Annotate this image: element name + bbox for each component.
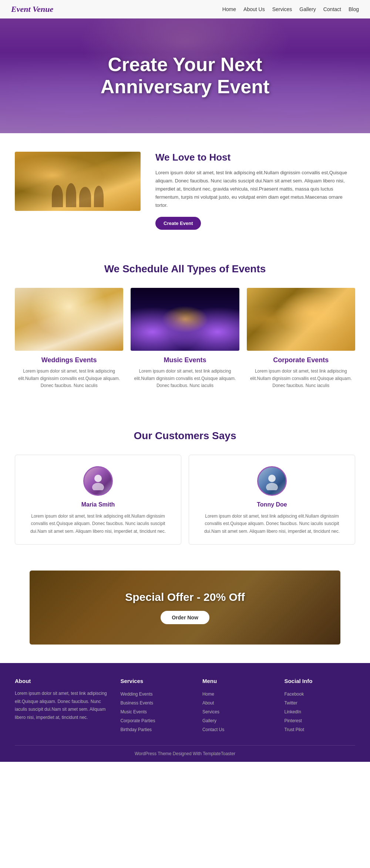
footer-menu-col: Menu Home About Services Gallery Contact…	[202, 678, 273, 734]
footer-menu-link-5[interactable]: Contact Us	[202, 727, 224, 732]
footer-menu-link-3[interactable]: Services	[202, 709, 219, 714]
testimonial-card-maria: Maria Smith Lorem ipsum dolor sit amet, …	[15, 455, 181, 545]
footer-service-item: Music Events	[120, 707, 191, 716]
site-footer: About Lorem ipsum dolor sit amet, test l…	[0, 663, 370, 762]
special-offer-section: Special Offer - 20% Off Order Now	[30, 571, 340, 645]
events-heading: We Schedule All Types of Events	[15, 263, 355, 275]
avatar-tonny	[257, 466, 287, 496]
event-card-weddings: Weddings Events Lorem ipsum dolor sit am…	[15, 288, 123, 389]
footer-menu-link-1[interactable]: Home	[202, 692, 214, 697]
testimonial-body-maria: Lorem ipsum dolor sit amet, test link ad…	[24, 512, 172, 535]
footer-menu-item: Contact Us	[202, 725, 273, 734]
footer-about-heading: About	[15, 678, 109, 684]
footer-menu-link-2[interactable]: About	[202, 700, 214, 706]
footer-social-link-linkedin[interactable]: LinkedIn	[284, 709, 301, 714]
hero-content: Create Your Next Anniversary Event	[101, 54, 270, 98]
events-grid: Weddings Events Lorem ipsum dolor sit am…	[15, 288, 355, 389]
about-image	[15, 152, 141, 211]
footer-menu-list: Home About Services Gallery Contact Us	[202, 690, 273, 734]
create-event-button[interactable]: Create Event	[155, 217, 201, 230]
event-body-music: Lorem ipsum dolor sit amet, test link ad…	[131, 368, 239, 389]
footer-service-link-3[interactable]: Music Events	[120, 709, 147, 714]
events-section: We Schedule All Types of Events Weddings…	[0, 248, 370, 411]
about-text: We Love to Host Lorem ipsum dolor sit am…	[155, 152, 355, 230]
nav-services[interactable]: Services	[272, 6, 292, 12]
footer-services-list: Wedding Events Business Events Music Eve…	[120, 690, 191, 734]
svg-point-3	[266, 483, 278, 490]
about-section: We Love to Host Lorem ipsum dolor sit am…	[0, 133, 370, 248]
footer-social-item: Trust Pilot	[284, 725, 355, 734]
testimonials-section: Our Customers Says Maria Smith Lorem ips…	[0, 411, 370, 563]
footer-social-item: Pinterest	[284, 716, 355, 725]
footer-service-link-4[interactable]: Corporate Parties	[120, 718, 155, 723]
event-image-wedding	[15, 288, 123, 351]
testimonial-name-tonny: Tonny Doe	[198, 501, 346, 508]
special-offer-content: Special Offer - 20% Off Order Now	[125, 591, 245, 624]
event-card-corporate: Corporate Events Lorem ipsum dolor sit a…	[247, 288, 355, 389]
footer-service-link-5[interactable]: Birthday Parties	[120, 727, 152, 732]
svg-point-2	[268, 475, 276, 482]
footer-social-item: LinkedIn	[284, 707, 355, 716]
footer-grid: About Lorem ipsum dolor sit amet, test l…	[15, 678, 355, 745]
order-now-button[interactable]: Order Now	[161, 611, 209, 624]
svg-point-0	[94, 475, 102, 482]
footer-services-col: Services Wedding Events Business Events …	[120, 678, 191, 734]
nav-home[interactable]: Home	[222, 6, 236, 12]
about-body: Lorem ipsum dolor sit amet, test link ad…	[155, 169, 355, 209]
footer-menu-item: Home	[202, 690, 273, 699]
event-image-corporate	[247, 288, 355, 351]
footer-menu-item: Services	[202, 707, 273, 716]
footer-service-link-1[interactable]: Wedding Events	[120, 692, 152, 697]
footer-social-item: Twitter	[284, 699, 355, 707]
nav-blog[interactable]: Blog	[349, 6, 359, 12]
site-header: Event Venue Home About Us Services Galle…	[0, 0, 370, 18]
nav-contact[interactable]: Contact	[323, 6, 341, 12]
footer-menu-item: Gallery	[202, 716, 273, 725]
about-heading: We Love to Host	[155, 152, 355, 163]
footer-menu-link-4[interactable]: Gallery	[202, 718, 216, 723]
footer-about-col: About Lorem ipsum dolor sit amet, test l…	[15, 678, 109, 734]
event-image-music	[131, 288, 239, 351]
footer-social-heading: Social Info	[284, 678, 355, 684]
footer-menu-heading: Menu	[202, 678, 273, 684]
footer-social-col: Social Info Facebook Twitter LinkedIn Pi…	[284, 678, 355, 734]
svg-point-1	[92, 483, 104, 490]
main-nav: Home About Us Services Gallery Contact B…	[222, 6, 359, 12]
special-offer-heading: Special Offer - 20% Off	[125, 591, 245, 603]
footer-social-link-twitter[interactable]: Twitter	[284, 700, 297, 706]
nav-gallery[interactable]: Gallery	[299, 6, 316, 12]
footer-service-item: Business Events	[120, 699, 191, 707]
footer-services-heading: Services	[120, 678, 191, 684]
event-body-corporate: Lorem ipsum dolor sit amet, test link ad…	[247, 368, 355, 389]
footer-about-body: Lorem ipsum dolor sit amet, test link ad…	[15, 690, 109, 721]
event-title-corporate: Corporate Events	[247, 356, 355, 364]
footer-social-link-trustpilot[interactable]: Trust Pilot	[284, 727, 304, 732]
avatar-maria	[83, 466, 113, 496]
event-title-weddings: Weddings Events	[15, 356, 123, 364]
hero-section: Create Your Next Anniversary Event	[0, 18, 370, 133]
footer-service-item: Birthday Parties	[120, 725, 191, 734]
footer-social-link-facebook[interactable]: Facebook	[284, 692, 304, 697]
testimonials-grid: Maria Smith Lorem ipsum dolor sit amet, …	[15, 455, 355, 545]
testimonials-heading: Our Customers Says	[15, 430, 355, 442]
testimonial-body-tonny: Lorem ipsum dolor sit amet, test link ad…	[198, 512, 346, 535]
footer-service-item: Wedding Events	[120, 690, 191, 699]
footer-service-link-2[interactable]: Business Events	[120, 700, 153, 706]
hero-title: Create Your Next Anniversary Event	[101, 54, 270, 98]
testimonial-card-tonny: Tonny Doe Lorem ipsum dolor sit amet, te…	[189, 455, 355, 545]
event-card-music: Music Events Lorem ipsum dolor sit amet,…	[131, 288, 239, 389]
event-title-music: Music Events	[131, 356, 239, 364]
footer-service-item: Corporate Parties	[120, 716, 191, 725]
site-logo: Event Venue	[11, 4, 53, 14]
footer-social-item: Facebook	[284, 690, 355, 699]
footer-menu-item: About	[202, 699, 273, 707]
nav-about[interactable]: About Us	[243, 6, 265, 12]
footer-social-list: Facebook Twitter LinkedIn Pinterest Trus…	[284, 690, 355, 734]
event-body-weddings: Lorem ipsum dolor sit amet, test link ad…	[15, 368, 123, 389]
footer-copyright: WordPress Theme Designed With TemplateTo…	[15, 745, 355, 762]
footer-social-link-pinterest[interactable]: Pinterest	[284, 718, 302, 723]
testimonial-name-maria: Maria Smith	[24, 501, 172, 508]
